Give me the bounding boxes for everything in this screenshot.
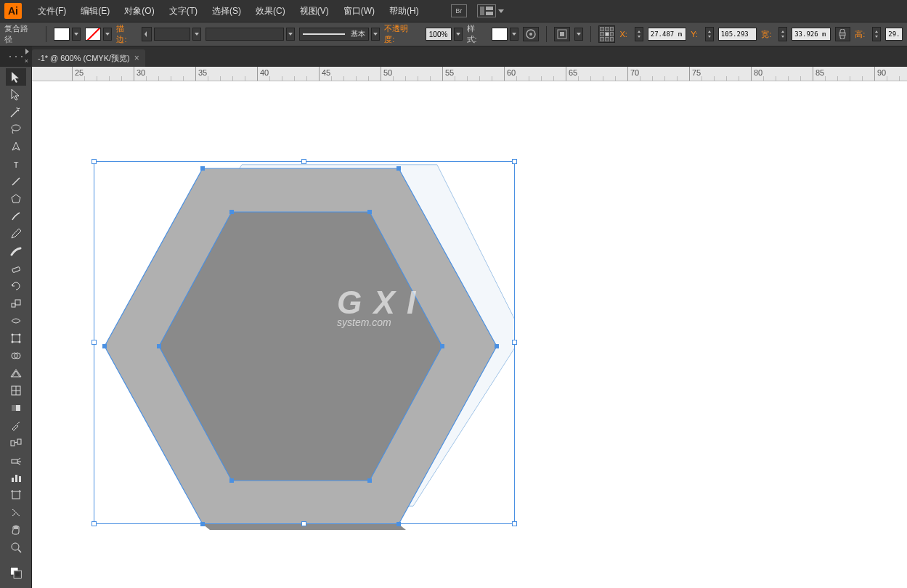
handle-bottom-right[interactable]: [512, 521, 517, 526]
transform-origin[interactable]: [598, 25, 616, 43]
symbol-sprayer-tool[interactable]: [6, 452, 26, 469]
stroke-dropdown[interactable]: [103, 28, 112, 41]
bounding-box[interactable]: [94, 161, 515, 524]
profile-dropdown[interactable]: [286, 28, 295, 41]
type-tool[interactable]: T: [6, 155, 26, 173]
menu-file[interactable]: 文件(F): [30, 1, 73, 22]
menu-edit[interactable]: 编辑(E): [73, 1, 117, 22]
workspace-switcher[interactable]: [467, 4, 504, 17]
rotate-tool[interactable]: [6, 277, 26, 295]
brush-field[interactable]: 基本: [299, 28, 369, 41]
opacity-dropdown[interactable]: [454, 28, 463, 41]
line-segment-tool[interactable]: [6, 173, 26, 190]
fill-swatch-group[interactable]: [54, 28, 81, 41]
opacity-field[interactable]: 100%: [426, 28, 452, 41]
h-field[interactable]: 29.: [885, 28, 903, 41]
document-tab[interactable]: -1* @ 600% (CMYK/预览) ×: [32, 49, 145, 67]
stroke-swatch-none[interactable]: [85, 28, 101, 41]
toolbar-collapse[interactable]: ×: [0, 46, 32, 67]
shape-tool[interactable]: [6, 190, 26, 208]
svg-rect-2: [486, 12, 493, 15]
column-graph-tool[interactable]: [6, 469, 26, 486]
magic-wand-tool[interactable]: [6, 103, 26, 121]
svg-rect-43: [15, 572, 20, 576]
eyedropper-tool[interactable]: [6, 417, 26, 434]
blend-tool[interactable]: [6, 434, 26, 452]
recolor-artwork-button[interactable]: [523, 27, 539, 41]
handle-top-mid[interactable]: [301, 159, 306, 164]
opacity-group[interactable]: 100%: [426, 28, 463, 41]
handle-bottom-left[interactable]: [91, 521, 97, 526]
handle-mid-right[interactable]: [512, 340, 517, 345]
handle-top-left[interactable]: [91, 159, 97, 164]
variable-width-profile[interactable]: [206, 28, 295, 41]
blob-brush-tool[interactable]: [6, 242, 26, 260]
perspective-grid-tool[interactable]: [6, 364, 26, 382]
constrain-proportions-button[interactable]: [835, 27, 851, 41]
slice-tool[interactable]: [6, 504, 26, 521]
svg-rect-12: [12, 266, 20, 272]
pencil-tool[interactable]: [6, 225, 26, 242]
bridge-button[interactable]: Br: [451, 4, 467, 17]
pen-tool[interactable]: [6, 138, 26, 155]
fill-stroke-toggle[interactable]: [6, 560, 26, 585]
handle-top-right[interactable]: [512, 159, 517, 164]
brush-definition[interactable]: 基本: [299, 28, 380, 41]
w-stepper[interactable]: [778, 27, 787, 41]
svg-rect-30: [12, 460, 17, 463]
stroke-weight-field[interactable]: [154, 28, 190, 41]
paintbrush-tool[interactable]: [6, 208, 26, 225]
style-dropdown[interactable]: [510, 28, 518, 41]
style-group[interactable]: [492, 28, 518, 41]
separator: [46, 26, 46, 42]
brush-dropdown[interactable]: [371, 28, 380, 41]
stroke-swatch-group[interactable]: [85, 28, 112, 41]
handle-mid-left[interactable]: [91, 340, 97, 345]
menu-select[interactable]: 选择(S): [205, 1, 248, 22]
lasso-tool[interactable]: [6, 121, 26, 138]
svg-point-39: [12, 543, 19, 550]
free-transform-tool[interactable]: [6, 330, 26, 347]
width-tool[interactable]: [6, 312, 26, 330]
mesh-tool[interactable]: [6, 382, 26, 399]
h-stepper[interactable]: [872, 27, 881, 41]
profile-field[interactable]: [206, 28, 284, 41]
horizontal-ruler[interactable]: 2530354045505560657075808590: [32, 67, 907, 81]
direct-selection-tool[interactable]: [6, 86, 26, 103]
fill-swatch[interactable]: [54, 28, 70, 41]
w-label: 宽:: [761, 29, 774, 40]
menu-object[interactable]: 对象(O): [117, 1, 161, 22]
menu-effect[interactable]: 效果(C): [248, 1, 293, 22]
close-tab-button[interactable]: ×: [134, 53, 139, 63]
zoom-tool[interactable]: [6, 539, 26, 556]
svg-rect-15: [12, 335, 20, 342]
x-stepper[interactable]: [635, 27, 643, 41]
handle-bottom-mid[interactable]: [301, 521, 306, 526]
viewport: 2530354045505560657075808590: [32, 67, 907, 588]
stroke-weight[interactable]: [142, 27, 201, 41]
gradient-tool[interactable]: [6, 399, 26, 417]
x-field[interactable]: 27.487 m: [648, 28, 686, 41]
align-dropdown[interactable]: [574, 28, 583, 41]
scale-tool[interactable]: [6, 295, 26, 312]
menu-type[interactable]: 文字(T): [162, 1, 205, 22]
hand-tool[interactable]: [6, 521, 26, 539]
canvas[interactable]: G X I system.com: [32, 81, 907, 588]
selection-tool[interactable]: [6, 68, 26, 86]
svg-rect-6: [560, 32, 564, 36]
menu-help[interactable]: 帮助(H): [382, 1, 426, 22]
h-label: 高:: [855, 29, 868, 40]
y-field[interactable]: 105.293: [718, 28, 757, 41]
style-swatch[interactable]: [492, 28, 508, 41]
stroke-weight-dropdown[interactable]: [192, 28, 201, 41]
artwork-selection[interactable]: [94, 161, 515, 531]
y-stepper[interactable]: [705, 27, 714, 41]
shape-builder-tool[interactable]: [6, 347, 26, 364]
fill-dropdown[interactable]: [72, 28, 81, 41]
menu-window[interactable]: 窗口(W): [336, 1, 382, 22]
menu-view[interactable]: 视图(V): [293, 1, 336, 22]
w-field[interactable]: 33.926 m: [792, 28, 830, 41]
artboard-tool[interactable]: [6, 486, 26, 504]
eraser-tool[interactable]: [6, 260, 26, 277]
align-to-button[interactable]: [554, 27, 570, 41]
